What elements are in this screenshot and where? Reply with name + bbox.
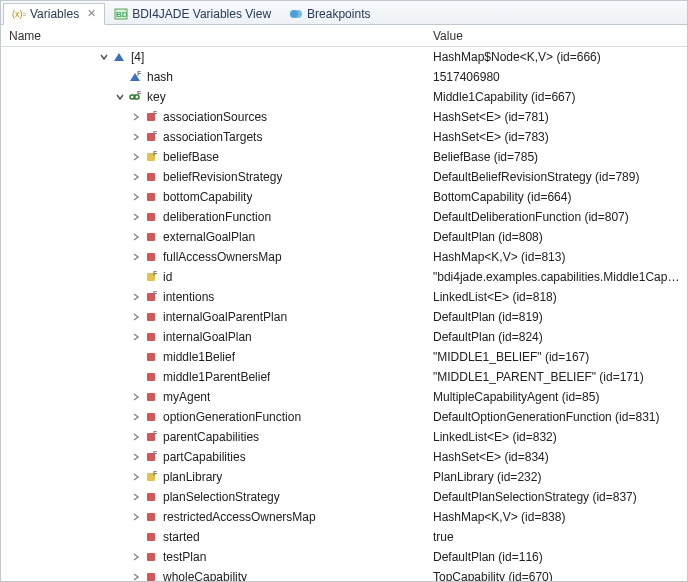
variable-row[interactable]: restrictedAccessOwnersMapHashMap<K,V> (i… [1, 507, 687, 527]
field-red-icon [143, 489, 159, 505]
variable-row[interactable]: wholeCapabilityTopCapability (id=670) [1, 567, 687, 581]
tab-label: Variables [30, 7, 79, 21]
field-red-icon [143, 549, 159, 565]
svg-text:F: F [153, 470, 158, 477]
variable-row[interactable]: FpartCapabilitiesHashSet<E> (id=834) [1, 447, 687, 467]
variable-value: DefaultPlan (id=819) [433, 310, 687, 324]
svg-text:F: F [137, 90, 142, 97]
variable-row[interactable]: bottomCapabilityBottomCapability (id=664… [1, 187, 687, 207]
variable-value: HashSet<E> (id=781) [433, 110, 687, 124]
variable-row[interactable]: externalGoalPlanDefaultPlan (id=808) [1, 227, 687, 247]
chevron-right-icon[interactable] [129, 110, 143, 124]
variable-name: testPlan [163, 550, 206, 564]
variable-name: beliefRevisionStrategy [163, 170, 282, 184]
variable-row[interactable]: Fhash1517406980 [1, 67, 687, 87]
variable-row[interactable]: FassociationTargetsHashSet<E> (id=783) [1, 127, 687, 147]
variable-name: middle1ParentBelief [163, 370, 270, 384]
variable-row[interactable]: fullAccessOwnersMapHashMap<K,V> (id=813) [1, 247, 687, 267]
variable-row[interactable]: optionGenerationFunctionDefaultOptionGen… [1, 407, 687, 427]
chevron-right-icon[interactable] [129, 130, 143, 144]
chevron-right-icon[interactable] [129, 470, 143, 484]
svg-text:BDI: BDI [116, 10, 128, 19]
chevron-right-icon[interactable] [129, 430, 143, 444]
variable-row[interactable]: FintentionsLinkedList<E> (id=818) [1, 287, 687, 307]
chevron-right-icon[interactable] [129, 190, 143, 204]
svg-text:F: F [153, 290, 158, 297]
variable-name: beliefBase [163, 150, 219, 164]
field-red-f-icon: F [143, 109, 159, 125]
chevron-right-icon[interactable] [129, 150, 143, 164]
variable-value: MultipleCapabilityAgent (id=85) [433, 390, 687, 404]
variable-value: DefaultOptionGenerationFunction (id=831) [433, 410, 687, 424]
chevron-right-icon[interactable] [129, 410, 143, 424]
chevron-right-icon[interactable] [129, 310, 143, 324]
field-red-f-icon: F [143, 429, 159, 445]
variable-row[interactable]: FplanLibraryPlanLibrary (id=232) [1, 467, 687, 487]
chevron-right-icon[interactable] [129, 550, 143, 564]
variable-value: Middle1Capability (id=667) [433, 90, 687, 104]
variables-tree[interactable]: [4]HashMap$Node<K,V> (id=666)Fhash151740… [1, 47, 687, 581]
svg-rect-42 [147, 573, 155, 581]
variable-row[interactable]: FassociationSourcesHashSet<E> (id=781) [1, 107, 687, 127]
variable-value: DefaultPlan (id=808) [433, 230, 687, 244]
svg-text:(x)=: (x)= [12, 9, 26, 19]
variable-row[interactable]: planSelectionStrategyDefaultPlanSelectio… [1, 487, 687, 507]
variable-row[interactable]: internalGoalPlanDefaultPlan (id=824) [1, 327, 687, 347]
chevron-right-icon[interactable] [129, 330, 143, 344]
variable-value: true [433, 530, 687, 544]
variable-row[interactable]: deliberationFunctionDefaultDeliberationF… [1, 207, 687, 227]
chevron-right-icon[interactable] [129, 450, 143, 464]
chevron-right-icon[interactable] [129, 390, 143, 404]
variable-row[interactable]: middle1ParentBelief"MIDDLE1_PARENT_BELIE… [1, 367, 687, 387]
chevron-right-icon[interactable] [129, 290, 143, 304]
chevron-down-icon[interactable] [113, 90, 127, 104]
field-red-icon [143, 569, 159, 581]
variable-row[interactable]: [4]HashMap$Node<K,V> (id=666) [1, 47, 687, 67]
close-icon[interactable]: ✕ [87, 7, 96, 20]
variable-value: HashMap$Node<K,V> (id=666) [433, 50, 687, 64]
field-yellow-f-icon: F [143, 269, 159, 285]
chevron-right-icon[interactable] [129, 490, 143, 504]
triangle-blue-f-icon: F [127, 69, 143, 85]
variable-name: intentions [163, 290, 214, 304]
variable-value: "bdi4jade.examples.capabilities.Middle1C… [433, 270, 687, 284]
column-header-value[interactable]: Value [433, 29, 687, 43]
svg-rect-30 [147, 393, 155, 401]
chevron-right-icon[interactable] [129, 250, 143, 264]
svg-rect-31 [147, 413, 155, 421]
variable-value: LinkedList<E> (id=818) [433, 290, 687, 304]
variable-value: "MIDDLE1_PARENT_BELIEF" (id=171) [433, 370, 687, 384]
chevron-right-icon[interactable] [129, 230, 143, 244]
variable-name: myAgent [163, 390, 210, 404]
variable-row[interactable]: FkeyMiddle1Capability (id=667) [1, 87, 687, 107]
chevron-down-icon[interactable] [97, 50, 111, 64]
variable-row[interactable]: beliefRevisionStrategyDefaultBeliefRevis… [1, 167, 687, 187]
variable-row[interactable]: FbeliefBaseBeliefBase (id=785) [1, 147, 687, 167]
tab-bdi4jade[interactable]: BDI BDI4JADE Variables View [105, 3, 280, 25]
variable-row[interactable]: startedtrue [1, 527, 687, 547]
field-red-icon [143, 409, 159, 425]
variable-row[interactable]: myAgentMultipleCapabilityAgent (id=85) [1, 387, 687, 407]
svg-rect-21 [147, 253, 155, 261]
variable-row[interactable]: FparentCapabilitiesLinkedList<E> (id=832… [1, 427, 687, 447]
field-red-icon [143, 249, 159, 265]
variable-row[interactable]: middle1Belief"MIDDLE1_BELIEF" (id=167) [1, 347, 687, 367]
chevron-right-icon[interactable] [129, 210, 143, 224]
variable-value: HashMap<K,V> (id=813) [433, 250, 687, 264]
svg-rect-26 [147, 313, 155, 321]
variable-row[interactable]: internalGoalParentPlanDefaultPlan (id=81… [1, 307, 687, 327]
chevron-right-icon[interactable] [129, 570, 143, 581]
tabbar: (x)= Variables ✕ BDI BDI4JADE Variables … [1, 1, 687, 25]
column-header-name[interactable]: Name [1, 29, 433, 43]
variable-row[interactable]: testPlanDefaultPlan (id=116) [1, 547, 687, 567]
tab-variables[interactable]: (x)= Variables ✕ [3, 3, 105, 25]
variable-value: DefaultBeliefRevisionStrategy (id=789) [433, 170, 687, 184]
variable-row[interactable]: Fid"bdi4jade.examples.capabilities.Middl… [1, 267, 687, 287]
chevron-right-icon[interactable] [129, 510, 143, 524]
field-red-icon [143, 209, 159, 225]
chevron-right-icon[interactable] [129, 170, 143, 184]
variable-value: DefaultPlan (id=116) [433, 550, 687, 564]
chain-f-icon: F [127, 89, 143, 105]
tab-breakpoints[interactable]: Breakpoints [280, 3, 379, 25]
breakpoints-icon [289, 7, 303, 21]
